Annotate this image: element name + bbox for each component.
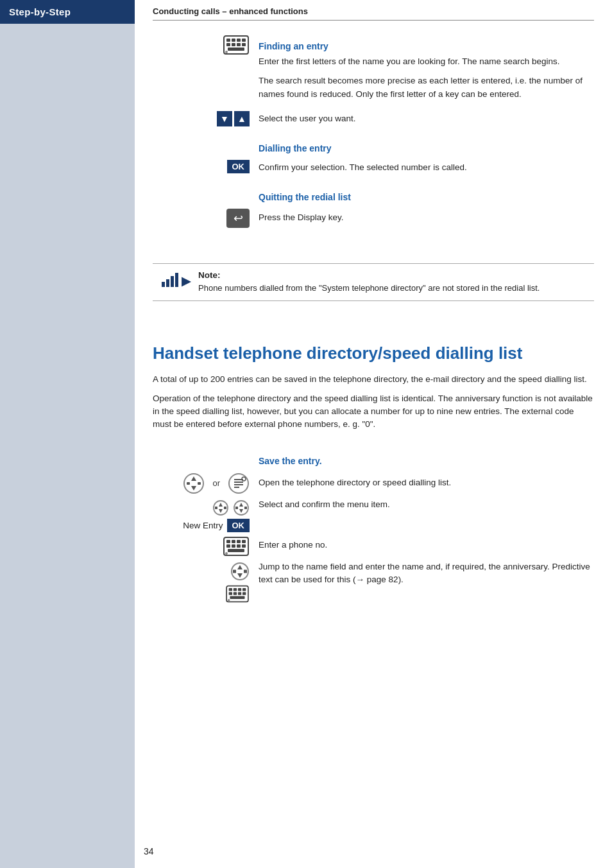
- finding-entry-icon-area: [153, 32, 259, 107]
- small-nav-icon1: [212, 499, 229, 516]
- finding-entry-text2: The search result becomes more precise a…: [259, 74, 594, 101]
- svg-marker-29: [239, 509, 243, 513]
- save-entry-icon-area: [153, 447, 259, 470]
- svg-rect-36: [242, 540, 246, 543]
- svg-rect-4: [242, 39, 246, 42]
- finding-entry-section: Finding an entry Enter the first letters…: [153, 32, 594, 107]
- svg-marker-45: [237, 573, 242, 578]
- main-content: Conducting calls – enhanced functions: [135, 0, 612, 868]
- arrow-up-btn[interactable]: ▲: [234, 111, 250, 126]
- display-key-icon-area: ↩: [153, 209, 259, 230]
- small-nav-icon2: [233, 499, 250, 516]
- nav-arrows: ▼ ▲: [217, 111, 250, 126]
- svg-rect-5: [226, 43, 230, 46]
- note-signal-icon: ▶: [162, 270, 191, 287]
- finding-entry-text: Finding an entry Enter the first letters…: [259, 32, 594, 107]
- arrow-icons-area: ▼ ▲: [153, 110, 259, 132]
- svg-rect-2: [232, 39, 235, 42]
- new-entry-row-section: New Entry OK Select and confirm the menu…: [153, 498, 594, 532]
- svg-rect-40: [242, 544, 246, 548]
- svg-rect-49: [229, 588, 232, 591]
- svg-point-10: [225, 51, 228, 53]
- svg-rect-41: [228, 549, 244, 552]
- svg-rect-35: [237, 540, 241, 543]
- keyboard-icon-2: [223, 535, 250, 558]
- svg-rect-33: [226, 540, 230, 543]
- nav-circle-icon1: [183, 473, 205, 494]
- svg-rect-15: [198, 482, 201, 485]
- svg-rect-37: [226, 544, 230, 548]
- quitting-section: Quitting the redial list: [153, 183, 594, 206]
- svg-rect-14: [187, 482, 190, 485]
- svg-rect-56: [242, 592, 246, 595]
- save-entry-heading: Save the entry.: [259, 456, 594, 466]
- nav-circle-icon3: [230, 562, 250, 581]
- svg-rect-6: [232, 43, 235, 46]
- display-key-icon[interactable]: ↩: [226, 209, 250, 228]
- svg-rect-26: [224, 507, 226, 509]
- svg-point-16: [229, 474, 248, 493]
- arrow-down-btn[interactable]: ▼: [217, 111, 232, 126]
- enter-phone-icon-area: [153, 535, 259, 558]
- quitting-display-row: ↩ Press the Display key.: [153, 209, 594, 230]
- dialling-text: Confirm your selection. The selected num…: [259, 160, 594, 180]
- name-field-text: Jump to the name field and enter the nam…: [259, 560, 594, 604]
- svg-rect-1: [226, 39, 230, 42]
- sidebar: Step-by-Step: [0, 0, 135, 868]
- new-entry-label: New Entry: [183, 521, 223, 530]
- name-field-section: Jump to the name field and enter the nam…: [153, 560, 594, 604]
- note-box: ▶ Note: Phone numbers dialled from the "…: [153, 263, 594, 302]
- svg-rect-52: [242, 588, 246, 591]
- save-entry-section: Save the entry.: [153, 447, 594, 470]
- note-content: Note: Phone numbers dialled from the "Sy…: [198, 270, 540, 295]
- svg-rect-38: [232, 544, 235, 548]
- keyboard-icon: [223, 33, 250, 56]
- svg-rect-19: [234, 484, 243, 485]
- dialling-ok-row: OK Confirm your selection. The selected …: [153, 160, 594, 180]
- quitting-heading-area: Quitting the redial list: [259, 183, 594, 206]
- svg-marker-44: [237, 565, 242, 569]
- new-entry-ok-button[interactable]: OK: [227, 519, 250, 532]
- svg-rect-51: [238, 588, 241, 591]
- ok-button[interactable]: OK: [227, 160, 250, 173]
- name-field-icons-area: [153, 560, 259, 604]
- svg-marker-13: [191, 486, 196, 490]
- svg-rect-39: [237, 544, 241, 548]
- svg-marker-24: [219, 509, 223, 513]
- svg-rect-54: [234, 592, 237, 595]
- svg-marker-23: [219, 503, 223, 507]
- svg-rect-46: [233, 570, 236, 573]
- ok-icon-area: [153, 134, 259, 157]
- svg-rect-30: [235, 507, 238, 509]
- dialling-heading: Dialling the entry: [259, 134, 594, 157]
- svg-rect-25: [215, 507, 217, 509]
- svg-rect-31: [244, 507, 247, 509]
- or-label: or: [212, 478, 220, 488]
- sidebar-title: Step-by-Step: [0, 0, 135, 24]
- svg-rect-7: [237, 43, 241, 46]
- arrow-section: ▼ ▲ Select the user you want.: [153, 110, 594, 132]
- open-directory-text: Open the telephone directory or speed di…: [259, 473, 594, 496]
- finding-entry-heading: Finding an entry: [259, 41, 594, 51]
- svg-point-42: [225, 552, 228, 555]
- keyboard-icon-3: [225, 584, 250, 604]
- svg-point-58: [228, 599, 230, 602]
- handset-directory-text2: Operation of the telephone directory and…: [153, 392, 594, 431]
- page-number: 34: [144, 846, 154, 856]
- open-directory-row: or: [153, 473, 594, 496]
- dialling-entry-heading: Dialling the entry: [259, 143, 594, 153]
- dialling-section: Dialling the entry: [153, 134, 594, 157]
- page-header: Conducting calls – enhanced functions: [153, 0, 594, 21]
- svg-rect-47: [244, 570, 247, 573]
- svg-rect-57: [230, 596, 244, 599]
- quitting-heading: Quitting the redial list: [259, 192, 594, 202]
- note-title: Note:: [198, 270, 540, 280]
- open-directory-icons: or: [153, 473, 259, 496]
- nav-circle-icon2: [228, 473, 250, 494]
- svg-rect-55: [238, 592, 241, 595]
- new-entry-text: Select and confirm the menu item.: [259, 498, 594, 532]
- finding-entry-text1: Enter the first letters of the name you …: [259, 55, 594, 68]
- svg-rect-50: [234, 588, 237, 591]
- new-entry-label-row: New Entry OK: [183, 519, 250, 532]
- quitting-text: Press the Display key.: [259, 209, 594, 230]
